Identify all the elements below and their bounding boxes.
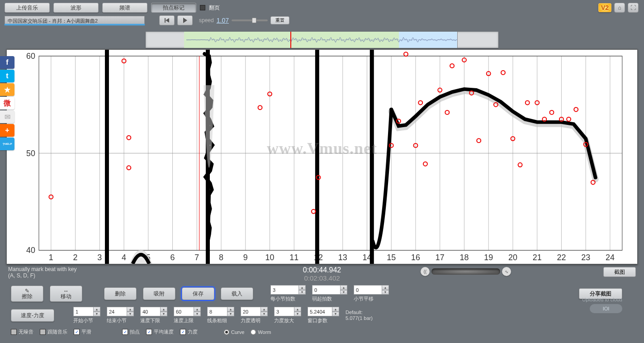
save-button[interactable]: 保存 — [182, 287, 214, 300]
svg-point-84 — [518, 163, 522, 167]
dyn-alpha-spinner[interactable]: ▲▼力度透明 — [241, 307, 268, 324]
svg-text:17: 17 — [436, 253, 445, 262]
line-width-spinner[interactable]: ▲▼线条粗细 — [207, 307, 234, 324]
svg-point-64 — [258, 105, 262, 110]
spectrum-button[interactable]: 频谱 — [102, 3, 147, 13]
song-title-field[interactable]: 中国国家交响乐团 - 肖邦：A小调圆舞曲2 — [5, 16, 145, 25]
delete-button[interactable]: 删除 — [104, 287, 137, 300]
fullscreen-icon[interactable]: ⛶ — [628, 3, 639, 13]
help-icon[interactable]: ?HELP — [0, 138, 14, 150]
song-progress-thin[interactable] — [5, 24, 145, 25]
svg-text:9: 9 — [243, 253, 248, 262]
screenshot-button[interactable]: 截图 — [603, 267, 636, 277]
mail-icon[interactable]: ✉ — [0, 110, 14, 123]
svg-point-75 — [445, 110, 449, 114]
page-turn-checkbox[interactable] — [200, 5, 205, 10]
beats-checkbox[interactable]: ✓ — [122, 329, 128, 335]
svg-text:60: 60 — [26, 52, 35, 61]
svg-text:16: 16 — [411, 253, 420, 262]
svg-text:21: 21 — [533, 253, 542, 262]
move-button[interactable]: ↔移动 — [50, 286, 82, 302]
svg-text:19: 19 — [484, 253, 493, 262]
waveform-overview[interactable] — [146, 32, 498, 48]
upbeat-spinner[interactable]: ▲▼ 弱起拍数 — [312, 285, 347, 302]
svg-text:18: 18 — [460, 253, 469, 262]
waveform-button[interactable]: 波形 — [53, 3, 99, 13]
cloud-status: Uploaded to cloud — [582, 297, 622, 302]
svg-text:40: 40 — [26, 246, 35, 255]
svg-text:7: 7 — [194, 253, 199, 262]
v2-badge: V2 — [598, 3, 611, 12]
chart-footer: Manually mark beat with key (A, S, D, F)… — [0, 264, 644, 282]
hint-text: Manually mark beat with key (A, S, D, F) — [8, 266, 76, 279]
svg-text:23: 23 — [581, 253, 590, 262]
svg-point-82 — [501, 71, 505, 75]
speed-min-spinner[interactable]: ▲▼速度下限 — [140, 307, 167, 324]
zoom-in-icon[interactable]: ∿ — [502, 267, 511, 276]
erase-button[interactable]: ✎擦除 — [11, 286, 43, 302]
svg-point-66 — [312, 210, 316, 214]
page-turn-label: 翻页 — [209, 4, 220, 12]
svg-point-73 — [423, 162, 427, 166]
no-noise-checkbox[interactable] — [11, 329, 17, 335]
svg-point-90 — [567, 117, 571, 121]
svg-point-85 — [526, 100, 530, 105]
svg-point-88 — [549, 110, 554, 114]
snap-button[interactable]: 吸附 — [143, 287, 175, 300]
svg-point-91 — [574, 107, 578, 111]
bar-shift-spinner[interactable]: ▲▼ 小节平移 — [354, 285, 389, 302]
ioi-badge[interactable]: IOI — [590, 304, 622, 313]
facebook-icon[interactable]: f — [0, 56, 14, 69]
load-button[interactable]: 载入 — [221, 287, 253, 300]
top-toolbar: 上传音乐 波形 频谱 拍点标记 翻页 中国国家交响乐团 - 肖邦：A小调圆舞曲2… — [0, 0, 644, 31]
end-bar-spinner[interactable]: ▲▼结束小节 — [107, 307, 134, 324]
svg-text:22: 22 — [557, 253, 566, 262]
home-icon[interactable]: ⌂ — [614, 3, 625, 13]
speed-reset-button[interactable]: 重置 — [270, 16, 289, 24]
speed-slider[interactable] — [232, 19, 268, 21]
svg-point-70 — [404, 52, 408, 56]
beats-per-bar-spinner[interactable]: ▲▼ 每小节拍数 — [270, 285, 306, 302]
beat-mark-button[interactable]: 拍点标记 — [151, 3, 196, 13]
social-sidebar: f t ★ 微 ✉ + ?HELP — [0, 56, 15, 150]
dynamics-checkbox[interactable]: ✓ — [180, 329, 186, 335]
waveform-strip — [6, 32, 638, 48]
tempo-chart[interactable]: 1234567891011121314151617181920212223244… — [6, 49, 638, 264]
svg-point-63 — [127, 166, 131, 170]
svg-text:8: 8 — [219, 253, 223, 262]
mode-button[interactable]: 速度-力度 — [11, 309, 54, 322]
svg-text:13: 13 — [338, 253, 347, 262]
plus-icon[interactable]: + — [0, 124, 14, 137]
svg-point-62 — [127, 136, 131, 140]
current-time: 0:00:44.942 — [303, 266, 341, 274]
avg-speed-checkbox[interactable]: ✓ — [146, 329, 152, 335]
weibo-icon[interactable]: 微 — [0, 97, 14, 110]
svg-text:11: 11 — [289, 253, 298, 262]
speed-value[interactable]: 1.07 — [217, 17, 229, 24]
start-bar-spinner[interactable]: ▲▼开始小节 — [73, 307, 100, 324]
svg-text:6: 6 — [170, 253, 175, 262]
bottom-panel: ✎擦除 ↔移动 删除 吸附 保存 载入 ▲▼ 每小节拍数 ▲▼ 弱起拍数 ▲▼ … — [0, 282, 644, 338]
follow-music-checkbox[interactable] — [40, 329, 46, 335]
win-param-spinner[interactable]: ▲▼窗口参数 — [308, 307, 339, 324]
svg-point-79 — [477, 138, 481, 143]
svg-text:15: 15 — [387, 253, 396, 262]
worm-radio[interactable] — [251, 329, 256, 335]
upload-music-button[interactable]: 上传音乐 — [5, 3, 50, 13]
zoom-slider[interactable]: (( ∿ — [421, 267, 511, 276]
speed-max-spinner[interactable]: ▲▼速度上限 — [174, 307, 201, 324]
default-info: Default: 5.077(1 bar) — [346, 310, 373, 321]
svg-text:50: 50 — [26, 149, 35, 158]
svg-text:2: 2 — [73, 253, 78, 262]
svg-point-76 — [450, 64, 454, 68]
waveform-playhead[interactable] — [290, 32, 291, 48]
zoom-out-icon[interactable]: (( — [421, 267, 430, 276]
dyn-zoom-spinner[interactable]: ▲▼力度放大 — [274, 307, 301, 324]
twitter-icon[interactable]: t — [0, 70, 14, 82]
star-icon[interactable]: ★ — [0, 83, 14, 96]
curve-radio[interactable] — [224, 329, 229, 335]
smooth-checkbox[interactable]: ✓ — [74, 329, 80, 335]
svg-text:10: 10 — [265, 253, 275, 262]
prev-button[interactable] — [159, 15, 175, 25]
play-button[interactable] — [177, 15, 193, 25]
